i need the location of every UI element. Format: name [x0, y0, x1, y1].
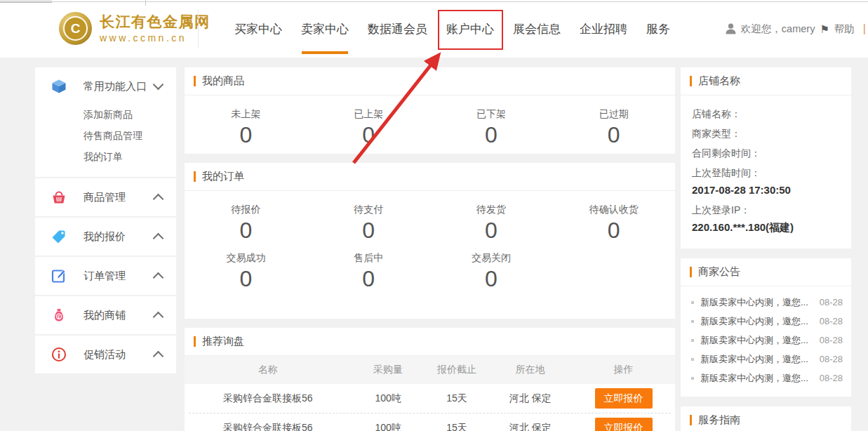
list-item[interactable]: 新版卖家中心内测，邀您... 08-28	[691, 350, 843, 369]
sidebar-item-my-shop[interactable]: £ 我的商铺	[35, 296, 176, 334]
right-sidebar: 店铺名称 店铺名称： 商家类型： 合同剩余时间： 上次登陆时间： 2017-08…	[681, 67, 851, 431]
chevron-up-icon	[153, 194, 164, 205]
inquiries-table-header: 名称 采购量 报价截止 所在地 操作	[185, 356, 675, 384]
quote-now-button[interactable]: 立即报价	[595, 388, 653, 409]
last-login-time-value: 2017-08-28 17:30:50	[692, 184, 840, 196]
list-item[interactable]: 新版卖家中心内测，邀您... 08-28	[691, 331, 843, 350]
user-icon	[726, 23, 736, 34]
announcement-date: 08-28	[820, 354, 843, 364]
sidebar-subitem-pending-products[interactable]: 待售商品管理	[84, 129, 176, 142]
flag-icon: ⚑	[820, 24, 829, 34]
nav-exhibition-info[interactable]: 展会信息	[513, 21, 561, 37]
sidebar-card-quick-entry: 常用功能入口 添加新商品 待售商品管理 我的订单	[35, 67, 176, 177]
sidebar-item-order-mgmt[interactable]: 订单管理	[35, 257, 176, 295]
stat-label: 售后中	[307, 252, 430, 264]
cube-icon	[51, 79, 67, 94]
card-title: 我的商品	[202, 74, 244, 88]
sidebar-item-label: 促销活动	[84, 348, 154, 362]
stat-value: 0	[430, 267, 553, 291]
bullet-icon	[691, 301, 694, 304]
col-header-name: 名称	[185, 364, 352, 376]
sidebar-card-my-quotes: 我的报价	[35, 218, 176, 256]
help-link[interactable]: 帮助	[834, 22, 855, 36]
stat-pending-quote[interactable]: 待报价 0	[185, 204, 307, 242]
stat-expired[interactable]: 已过期 0	[552, 108, 675, 147]
shop-info-header: 店铺名称	[681, 67, 851, 95]
stat-pending-shipment[interactable]: 待发货 0	[430, 204, 553, 242]
my-orders-card: 我的订单 待报价 0 待支付 0 待发货 0 待确认收货 0 交易成功 0	[185, 163, 675, 319]
sidebar-item-label: 商品管理	[84, 191, 154, 204]
header-pipe-divider: |	[863, 22, 866, 35]
stat-label: 待发货	[430, 204, 553, 216]
sidebar-item-my-quotes[interactable]: 我的报价	[35, 218, 176, 256]
nav-enterprise-jobs[interactable]: 企业招聘	[580, 21, 627, 37]
sidebar-item-quick-entry[interactable]: 常用功能入口	[35, 67, 176, 105]
shop-info-body: 店铺名称： 商家类型： 合同剩余时间： 上次登陆时间： 2017-08-28 1…	[681, 95, 851, 248]
main-content: 我的商品 未上架 0 已上架 0 已下架 0 已过期 0 我的订单	[185, 67, 675, 431]
stat-value: 0	[552, 123, 675, 147]
stat-value: 0	[185, 218, 307, 242]
stat-value: 0	[307, 218, 430, 242]
sidebar-card-product-mgmt: 商品管理	[35, 178, 176, 216]
quote-now-button[interactable]: 立即报价	[595, 418, 653, 431]
list-item[interactable]: 新版卖家中心内测，邀您... 08-28	[691, 293, 843, 312]
sidebar-item-label: 我的商铺	[84, 309, 154, 322]
browser-chrome-notch	[145, 0, 146, 6]
stat-pending-receipt[interactable]: 待确认收货 0	[552, 204, 675, 242]
last-login-ip-value: 220.160.***.180(福建)	[692, 221, 840, 233]
stat-label: 已上架	[307, 108, 430, 120]
sidebar-subitem-add-product[interactable]: 添加新商品	[84, 108, 176, 121]
browser-chrome-line	[0, 1, 868, 2]
stat-trade-closed[interactable]: 交易关闭 0	[430, 252, 553, 291]
stat-delisted[interactable]: 已下架 0	[430, 108, 553, 147]
stat-label: 未上架	[185, 108, 307, 120]
welcome-text[interactable]: 欢迎您，camery	[741, 22, 815, 36]
stat-label: 已下架	[430, 108, 553, 120]
stat-after-sale[interactable]: 售后中 0	[307, 252, 430, 291]
money-bag-icon: £	[51, 307, 67, 323]
col-header-deadline: 报价截止	[425, 364, 489, 376]
orange-bar	[690, 76, 692, 86]
top-header: C 长江有色金属网 www.ccmn.cn 买家中心 卖家中心 数据通会员 账户…	[0, 0, 868, 58]
my-products-card: 我的商品 未上架 0 已上架 0 已下架 0 已过期 0	[185, 67, 675, 154]
nav-seller-center[interactable]: 卖家中心	[301, 21, 349, 37]
stat-trade-success[interactable]: 交易成功 0	[185, 252, 307, 291]
announcements-header: 商家公告	[681, 258, 851, 286]
card-title: 推荐询盘	[202, 335, 244, 348]
bullet-icon	[691, 358, 694, 361]
sidebar-item-product-mgmt[interactable]: 商品管理	[35, 178, 176, 216]
sidebar-card-my-shop: £ 我的商铺	[35, 296, 176, 334]
nav-services[interactable]: 服务	[646, 21, 670, 37]
stat-pending-payment[interactable]: 待支付 0	[307, 204, 430, 242]
cell-name: 采购锌合金联接板56	[185, 422, 352, 431]
sidebar-subitem-my-orders[interactable]: 我的订单	[84, 150, 176, 163]
stat-not-listed[interactable]: 未上架 0	[185, 108, 307, 147]
chevron-down-icon	[153, 79, 164, 91]
stat-value: 0	[307, 267, 430, 291]
list-item[interactable]: 新版卖家中心内测，邀您... 08-28	[691, 312, 843, 331]
col-header-action: 操作	[572, 364, 675, 376]
announcements-list: 新版卖家中心内测，邀您... 08-28 新版卖家中心内测，邀您... 08-2…	[681, 286, 851, 397]
cell-quantity: 100吨	[352, 392, 425, 405]
cell-location: 河北 保定	[488, 422, 572, 431]
nav-datatong-member[interactable]: 数据通会员	[368, 21, 427, 37]
chevron-up-icon	[153, 351, 164, 362]
products-stats: 未上架 0 已上架 0 已下架 0 已过期 0	[185, 95, 675, 154]
site-logo[interactable]: C 长江有色金属网 www.ccmn.cn	[59, 12, 211, 45]
stat-listed[interactable]: 已上架 0	[307, 108, 430, 147]
cell-deadline: 15天	[425, 422, 489, 431]
stat-label: 待报价	[185, 204, 307, 216]
sidebar-item-label: 订单管理	[84, 270, 154, 283]
nav-account-center[interactable]: 账户中心	[446, 21, 494, 37]
nav-buyer-center[interactable]: 买家中心	[234, 21, 282, 37]
logo-coin-icon: C	[59, 12, 92, 45]
announcement-text: 新版卖家中心内测，邀您...	[700, 353, 815, 366]
list-item[interactable]: 新版卖家中心内测，邀您... 08-28	[691, 369, 843, 387]
sidebar-item-promotions[interactable]: 促销活动	[35, 336, 176, 373]
header-divider	[198, 10, 199, 48]
sidebar-item-label: 常用功能入口	[84, 80, 154, 93]
stat-label: 待确认收货	[552, 204, 675, 216]
announcement-date: 08-28	[820, 297, 843, 307]
merchant-type-label: 商家类型：	[692, 128, 840, 139]
chevron-up-icon	[153, 272, 164, 284]
